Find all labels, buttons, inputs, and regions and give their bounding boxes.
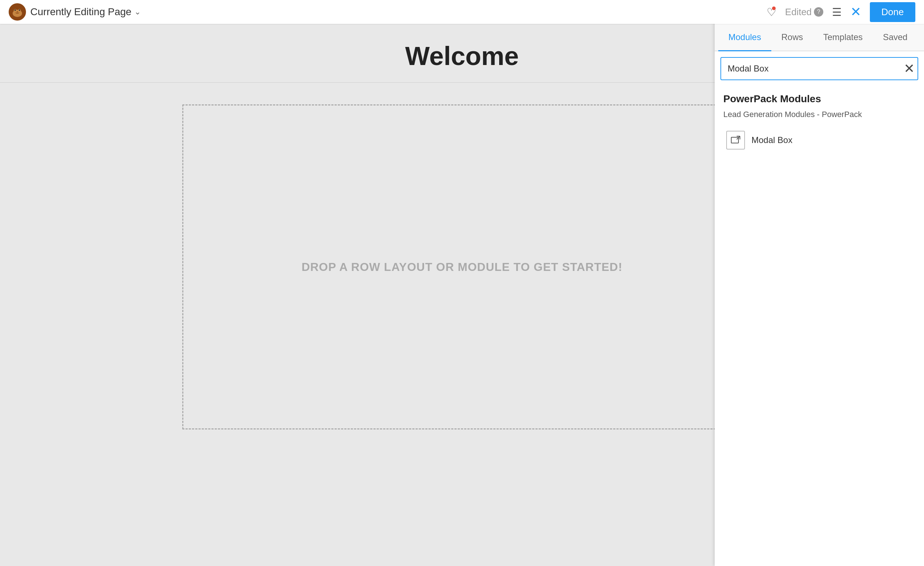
list-icon[interactable]: ☰ [832,6,842,18]
tab-saved[interactable]: Saved [873,24,918,51]
tab-modules[interactable]: Modules [718,24,771,51]
svg-point-5 [19,9,20,11]
module-section-title: PowerPack Modules [723,93,915,105]
page-title: Currently Editing Page [30,6,131,18]
edited-label: Edited ? [785,6,823,18]
edited-text: Edited [785,6,812,18]
svg-point-7 [20,7,23,11]
svg-point-4 [14,9,16,11]
module-category-title: Lead Generation Modules - PowerPack [723,110,915,119]
topbar-left: Currently Editing Page ⌄ [9,3,141,21]
panel-content: PowerPack Modules Lead Generation Module… [715,86,924,566]
right-panel: Modules Rows Templates Saved ✕ PowerPack… [715,17,924,566]
panel-search-wrap: ✕ [715,51,924,86]
search-input[interactable] [720,57,918,80]
panel-tabs: Modules Rows Templates Saved [715,24,924,51]
search-clear-icon[interactable]: ✕ [904,62,915,75]
topbar: Currently Editing Page ⌄ ♡ Edited ? ☰ ✕ … [0,0,924,24]
module-item-label: Modal Box [752,135,792,145]
module-icon-box [726,131,745,149]
page-title-wrap: Currently Editing Page ⌄ [30,6,141,18]
tab-templates[interactable]: Templates [813,24,873,51]
drop-label: DROP A ROW LAYOUT OR MODULE TO GET START… [302,260,622,274]
svg-point-6 [12,7,14,11]
help-icon[interactable]: ? [814,7,823,17]
notification-dot [772,6,776,10]
list-item[interactable]: Modal Box [723,126,915,154]
logo[interactable] [9,3,26,21]
svg-rect-9 [731,137,738,143]
close-icon[interactable]: ✕ [850,5,861,20]
topbar-right: ♡ Edited ? ☰ ✕ Done [766,2,915,22]
tab-rows[interactable]: Rows [771,24,813,51]
done-button[interactable]: Done [870,2,915,22]
chevron-down-icon[interactable]: ⌄ [134,7,141,17]
svg-point-8 [16,12,18,13]
drop-area[interactable]: DROP A ROW LAYOUT OR MODULE TO GET START… [182,104,742,429]
notification-bell[interactable]: ♡ [766,6,776,18]
